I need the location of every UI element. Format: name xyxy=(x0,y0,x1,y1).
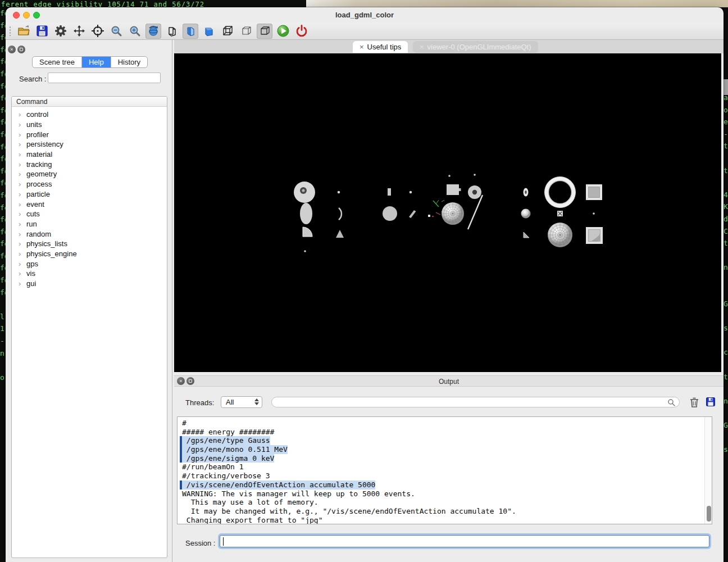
dock-close-icon[interactable]: × xyxy=(8,46,16,53)
chevron-right-icon[interactable]: › xyxy=(19,220,26,228)
chevron-right-icon[interactable]: › xyxy=(19,250,26,258)
run-play-button[interactable] xyxy=(275,24,291,39)
console-line: WARNING: The vis manager will keep up to… xyxy=(182,490,712,498)
half-solid-box-icon xyxy=(183,24,198,38)
solid-style-button[interactable] xyxy=(201,24,217,39)
rotate-icon xyxy=(146,24,161,38)
command-tree: › control › units › profiler › persisten… xyxy=(12,107,167,288)
zoom-out-button[interactable] xyxy=(108,24,124,39)
geometry-shapes xyxy=(294,174,603,252)
hidden-line-removal-button[interactable] xyxy=(183,24,198,39)
console-line: Changing export format to "jpg" xyxy=(182,516,712,524)
chevron-right-icon[interactable]: › xyxy=(19,130,26,139)
chevron-right-icon[interactable]: › xyxy=(19,210,26,218)
solid-box-icon xyxy=(202,24,216,38)
gear-icon xyxy=(53,24,68,38)
tab-close-icon[interactable]: × xyxy=(360,43,364,51)
hidden-line-wireframe-button[interactable] xyxy=(238,24,254,39)
title-bar[interactable]: load_gdml_color xyxy=(6,7,724,22)
chevron-right-icon[interactable]: › xyxy=(19,200,26,209)
output-dock-close-icon[interactable]: × xyxy=(177,377,185,385)
output-console[interactable]: # ##### energy ######## /gps/ene/type Ga… xyxy=(177,416,712,524)
scrollbar-thumb[interactable] xyxy=(707,506,711,522)
tree-item[interactable]: › profiler xyxy=(12,129,167,139)
rotate-button[interactable] xyxy=(145,24,161,39)
chevron-right-icon[interactable]: › xyxy=(19,150,26,158)
save-output-button[interactable] xyxy=(705,396,716,407)
tree-item[interactable]: › gui xyxy=(12,279,167,289)
chevron-right-icon[interactable]: › xyxy=(19,239,26,248)
clear-output-button[interactable] xyxy=(689,396,700,409)
exit-power-button[interactable] xyxy=(294,24,310,39)
move-button[interactable] xyxy=(71,24,87,39)
session-label: Session : xyxy=(185,539,215,547)
wireframe-cube-button[interactable] xyxy=(220,24,235,39)
chevron-right-icon[interactable]: › xyxy=(19,180,26,188)
cube-wire-icon xyxy=(220,24,235,38)
tab-close-icon[interactable]: × xyxy=(420,43,424,51)
play-icon xyxy=(276,24,290,38)
dock-float-icon[interactable] xyxy=(17,46,25,53)
toolbar-drag-handle[interactable] xyxy=(9,26,11,36)
chevron-right-icon[interactable]: › xyxy=(19,230,26,238)
tree-item[interactable]: › persistency xyxy=(12,139,167,149)
tree-item[interactable]: › physics_lists xyxy=(12,239,167,249)
chevron-right-icon[interactable]: › xyxy=(19,160,26,169)
chevron-right-icon[interactable]: › xyxy=(19,279,26,288)
session-input[interactable] xyxy=(220,535,709,547)
hidden-line-surface-button[interactable] xyxy=(257,24,272,39)
desktop: ferent edge visibility 105/14 71 and 56/… xyxy=(0,0,728,562)
dropdown-stepper-icon[interactable] xyxy=(254,398,259,405)
tree-item[interactable]: › random xyxy=(12,229,167,239)
tree-item[interactable]: › vis xyxy=(12,269,167,279)
toolbar xyxy=(6,22,724,40)
tree-item[interactable]: › run xyxy=(12,219,167,229)
text-caret xyxy=(223,537,224,546)
chevron-right-icon[interactable]: › xyxy=(19,269,26,278)
chevron-right-icon[interactable]: › xyxy=(19,190,26,198)
console-line: It may be changed with, e.g., "/vis/scen… xyxy=(182,507,712,516)
threads-dropdown[interactable]: All xyxy=(221,396,262,408)
tab-help[interactable]: Help xyxy=(82,57,111,67)
tree-item[interactable]: › geometry xyxy=(12,169,167,179)
open-file-button[interactable] xyxy=(16,24,31,39)
search-label: Search : xyxy=(19,75,46,83)
terminal-text: ferent edge visibility 105/14 71 and 56/… xyxy=(1,1,204,7)
tree-item[interactable]: › gps xyxy=(12,259,167,269)
app-window: load_gdml_color xyxy=(6,7,724,562)
chevron-right-icon[interactable]: › xyxy=(19,170,26,178)
tree-item[interactable]: › material xyxy=(12,149,167,160)
chevron-right-icon[interactable]: › xyxy=(19,140,26,148)
tree-item[interactable]: › particle xyxy=(12,189,167,200)
console-line: # xyxy=(182,419,712,428)
tree-item[interactable]: › process xyxy=(12,179,167,189)
tree-item[interactable]: › tracking xyxy=(12,159,167,169)
opengl-viewport[interactable] xyxy=(174,53,721,372)
tab-history[interactable]: History xyxy=(111,57,147,67)
tab-viewer-0[interactable]: × viewer-0 (OpenGLImmediateQt) xyxy=(413,41,538,53)
tree-item[interactable]: › cuts xyxy=(12,209,167,219)
console-scrollbar[interactable] xyxy=(704,417,712,524)
tree-item[interactable]: › event xyxy=(12,199,167,209)
tab-scene-tree[interactable]: Scene tree xyxy=(33,57,82,67)
tree-item[interactable]: › physics_engine xyxy=(12,249,167,259)
center-target-button[interactable] xyxy=(90,24,106,39)
chevron-right-icon[interactable]: › xyxy=(19,120,26,129)
zoom-in-button[interactable] xyxy=(127,24,143,39)
settings-button[interactable] xyxy=(53,24,69,39)
float-glyph xyxy=(189,379,192,383)
console-line: #/run/beamOn 1 xyxy=(182,463,712,472)
tree-item[interactable]: › control xyxy=(12,110,167,120)
float-glyph xyxy=(20,48,23,51)
chevron-right-icon[interactable]: › xyxy=(19,260,26,268)
tree-item[interactable]: › units xyxy=(12,120,167,130)
power-icon xyxy=(294,24,309,38)
output-search-field[interactable] xyxy=(271,397,680,407)
search-input[interactable] xyxy=(48,72,161,83)
chevron-right-icon[interactable]: › xyxy=(19,110,26,119)
tab-useful-tips[interactable]: × Useful tips xyxy=(353,41,408,53)
output-dock-float-icon[interactable] xyxy=(186,377,194,385)
threads-label: Threads: xyxy=(185,398,214,407)
wireframe-style-button[interactable] xyxy=(164,24,180,39)
save-button[interactable] xyxy=(34,24,50,39)
